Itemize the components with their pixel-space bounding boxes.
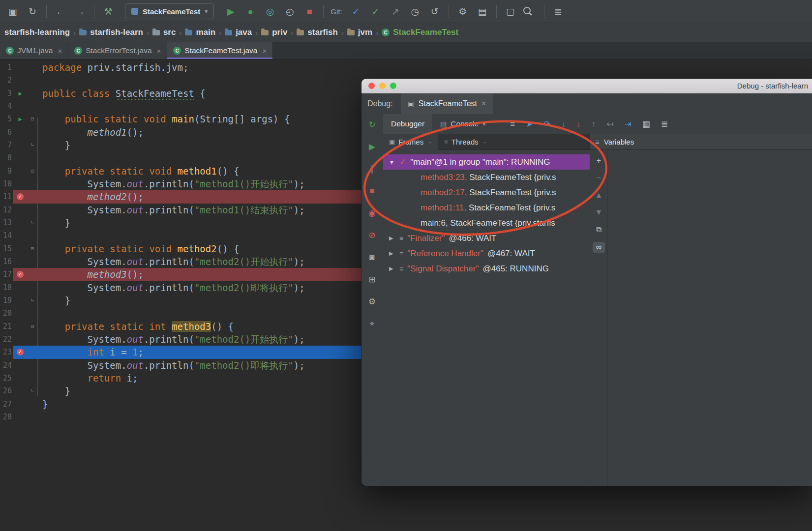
rollback-icon[interactable]: ↺ <box>426 7 444 16</box>
breadcrumb-item[interactable]: jvm <box>344 28 376 37</box>
settings-gear-icon[interactable]: ⚙ <box>368 295 376 309</box>
step-out-icon[interactable]: ↑ <box>592 120 596 128</box>
resume-icon[interactable]: ▶ <box>369 140 375 154</box>
tab-console[interactable]: ▤ Console ▾ <box>432 114 493 134</box>
move-up-icon[interactable]: ▲ <box>595 190 603 200</box>
sync-icon[interactable]: ↻ <box>24 7 41 16</box>
fold-marker-icon[interactable]: ⊟ <box>31 165 34 177</box>
code-text[interactable]: } <box>37 216 70 229</box>
stop-debug-icon[interactable]: ■ <box>369 184 374 198</box>
history-icon[interactable]: ◷ <box>406 7 424 16</box>
breakpoint-icon[interactable]: ✓ <box>17 349 24 355</box>
code-text[interactable] <box>37 74 42 87</box>
view-table-icon[interactable]: ▦ <box>642 120 650 128</box>
rerun-icon[interactable]: ↻ <box>368 118 375 132</box>
code-text[interactable]: private static void method1() { <box>37 165 239 177</box>
move-down-icon[interactable]: ▼ <box>595 207 603 217</box>
close-icon[interactable]: × <box>262 47 267 55</box>
show-watches-glasses-icon[interactable]: ∞ <box>593 242 605 253</box>
view-breakpoints-icon[interactable]: ◉ <box>368 206 376 220</box>
collapse-arrow-icon[interactable]: ▼ <box>389 159 395 165</box>
wrench-icon[interactable]: ⚙ <box>454 7 472 16</box>
thread-row[interactable]: ▶≡"Finalizer"@466: WAIT <box>383 231 590 246</box>
tab-threads[interactable]: ≡ Threads → <box>438 134 493 150</box>
debug-window-titlebar[interactable]: Debug - starfish-learn <box>361 79 812 93</box>
layout-icon[interactable]: ▢ <box>502 7 519 16</box>
expand-arrow-icon[interactable]: ▶ <box>389 266 395 272</box>
fold-marker-icon[interactable]: ∟ <box>31 216 34 229</box>
code-text[interactable]: public class StackFeameTest { <box>37 87 206 100</box>
breadcrumb-item[interactable]: CStackFeameTest <box>378 28 462 37</box>
tab-debugger[interactable]: Debugger <box>383 114 432 134</box>
code-text[interactable]: System.out.println("method2()即将执行"); <box>37 281 305 294</box>
stack-frame-row[interactable]: method2:17, StackFeameTest {priv.s <box>383 185 590 200</box>
remove-watch-icon[interactable]: − <box>597 173 601 183</box>
code-text[interactable]: } <box>37 294 70 307</box>
add-watch-icon[interactable]: + <box>597 156 601 166</box>
editor-tab[interactable]: CStackErrorTest.java× <box>68 42 167 59</box>
tab-frames[interactable]: ▣ Frames → <box>383 134 438 150</box>
expand-arrow-icon[interactable]: ▶ <box>389 235 395 241</box>
fold-marker-icon[interactable]: ⊟ <box>31 242 34 255</box>
fold-marker-icon[interactable]: ∟ <box>31 294 34 307</box>
breadcrumb-item[interactable]: src <box>149 28 180 37</box>
git-update-icon[interactable]: ✓ <box>347 7 365 16</box>
code-text[interactable]: System.out.println("method2()即将执行"); <box>37 359 305 372</box>
debug-bug-icon[interactable]: ● <box>241 7 259 16</box>
build-hammer-icon[interactable]: ⚒ <box>99 7 117 16</box>
breadcrumb-item[interactable]: starfish-learning <box>1 28 73 37</box>
run-arrow-icon[interactable]: ▶ <box>18 113 22 125</box>
code-text[interactable]: private static void method2() { <box>37 242 239 255</box>
code-text[interactable]: method3(); <box>37 268 144 281</box>
breadcrumb-item[interactable]: starfish <box>293 28 341 37</box>
thread-row-selected[interactable]: ▼✓"main"@1 in group "main": RUNNING <box>383 154 590 170</box>
code-text[interactable]: } <box>37 384 70 397</box>
breakpoint-icon[interactable]: ✓ <box>17 271 24 278</box>
code-text[interactable] <box>37 411 42 423</box>
code-text[interactable] <box>37 307 42 320</box>
code-text[interactable]: } <box>37 139 70 151</box>
pause-icon[interactable]: ∥ <box>370 162 374 176</box>
save-icon[interactable]: ▣ <box>4 7 22 16</box>
git-commit-icon[interactable]: ✓ <box>367 7 385 16</box>
restore-layout-icon[interactable]: ⊞ <box>368 273 375 287</box>
session-close-icon[interactable]: × <box>481 99 486 108</box>
code-text[interactable]: package priv.starfish.jvm; <box>37 61 188 74</box>
step-into-icon[interactable]: ↓ <box>562 120 566 128</box>
stack-frame-row[interactable]: method3:23, StackFeameTest {priv.s <box>383 170 590 185</box>
stack-frame-row[interactable]: method1:11, StackFeameTest {priv.s <box>383 200 590 215</box>
thread-row[interactable]: ▶≡"Reference Handler"@467: WAIT <box>383 246 590 261</box>
bookmarks-icon[interactable]: ≣ <box>549 7 567 16</box>
breadcrumb-item[interactable]: main <box>181 28 219 37</box>
fold-marker-icon[interactable]: ∟ <box>31 139 34 151</box>
mute-breakpoints-icon[interactable]: ⊘ <box>368 229 375 242</box>
code-text[interactable]: return i; <box>37 372 138 384</box>
fold-marker-icon[interactable]: ⊟ <box>31 320 34 333</box>
run-to-cursor-icon[interactable]: ⇥ <box>624 120 631 128</box>
thread-row[interactable]: ▶≡"Signal Dispatcher"@465: RUNNING <box>383 261 590 276</box>
project-structure-icon[interactable]: ▤ <box>474 7 491 16</box>
stack-frame-row[interactable]: main:6, StackFeameTest {priv.starfis <box>383 215 590 231</box>
profiler-icon[interactable]: ◴ <box>281 7 299 16</box>
code-text[interactable] <box>37 151 42 164</box>
code-text[interactable]: private static int method3() { <box>37 320 234 333</box>
breadcrumb-item[interactable]: priv <box>258 28 291 37</box>
session-tab[interactable]: ▣ StackFeameTest × <box>401 93 493 114</box>
coverage-icon[interactable]: ◎ <box>261 7 279 16</box>
git-push-icon[interactable]: ↗ <box>387 7 404 16</box>
run-config-selector[interactable]: StackFeameTest▾ <box>125 3 214 19</box>
code-text[interactable]: method2(); <box>37 190 144 203</box>
run-arrow-icon[interactable]: ▶ <box>18 87 22 100</box>
minimize-traffic-light[interactable] <box>379 83 386 89</box>
code-text[interactable]: System.out.println("method2()开始执行"); <box>37 333 305 346</box>
show-execution-point-icon[interactable]: ➤ <box>526 120 533 128</box>
duplicate-icon[interactable]: ⧉ <box>596 225 601 235</box>
editor-tab[interactable]: CStackFeameTest.java× <box>167 42 273 59</box>
forward-icon[interactable]: → <box>71 7 89 16</box>
code-text[interactable]: method1(); <box>37 126 144 139</box>
breakpoint-icon[interactable]: ✓ <box>17 193 24 200</box>
search-icon[interactable] <box>521 5 539 17</box>
settings-sliders-icon[interactable]: ≣ <box>661 120 668 128</box>
layout-options-icon[interactable]: ≡ <box>510 120 515 128</box>
code-text[interactable]: System.out.println("method1()开始执行"); <box>37 177 305 190</box>
